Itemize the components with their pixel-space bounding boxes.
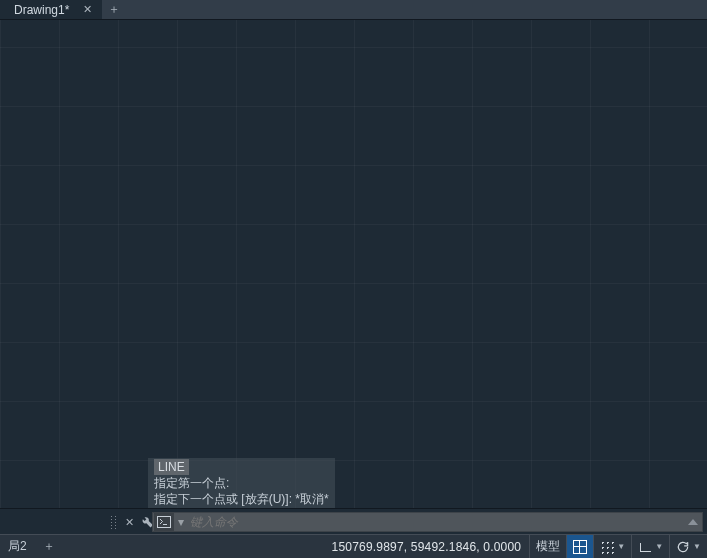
close-icon[interactable]: ✕ bbox=[83, 3, 92, 16]
status-bar: 局2 ＋ 150769.9897, 59492.1846, 0.0000 模型 … bbox=[0, 534, 707, 558]
ortho-toggle[interactable]: ▼ bbox=[631, 535, 669, 558]
tab-title: Drawing1* bbox=[14, 3, 69, 17]
svg-rect-0 bbox=[158, 516, 171, 527]
command-history-line: 指定第一个点: bbox=[150, 475, 333, 491]
chevron-down-icon[interactable]: ▼ bbox=[693, 542, 701, 551]
tab-drawing1[interactable]: Drawing1* ✕ bbox=[0, 0, 103, 19]
snap-icon bbox=[600, 540, 614, 554]
grip-handle[interactable] bbox=[110, 515, 117, 529]
command-history: LINE 指定第一个点: 指定下一个点或 [放弃(U)]: *取消* bbox=[148, 458, 335, 508]
new-tab-button[interactable]: ＋ bbox=[103, 0, 125, 19]
document-tabbar: Drawing1* ✕ ＋ bbox=[0, 0, 707, 20]
refresh-icon bbox=[676, 540, 690, 554]
close-icon[interactable]: ✕ bbox=[125, 516, 134, 529]
grid-icon bbox=[573, 540, 587, 554]
add-layout-button[interactable]: ＋ bbox=[39, 538, 59, 555]
layout-tab[interactable]: 局2 bbox=[4, 538, 31, 555]
chevron-down-icon[interactable]: ▾ bbox=[174, 515, 184, 529]
command-input[interactable] bbox=[184, 515, 702, 529]
ortho-icon bbox=[638, 540, 652, 554]
chevron-down-icon[interactable]: ▼ bbox=[655, 542, 663, 551]
command-line-bar: ✕ ▾ bbox=[0, 508, 707, 534]
refresh-button[interactable]: ▼ bbox=[669, 535, 707, 558]
drawing-canvas[interactable]: LINE 指定第一个点: 指定下一个点或 [放弃(U)]: *取消* bbox=[0, 20, 707, 508]
coordinates-readout: 150769.9897, 59492.1846, 0.0000 bbox=[324, 540, 530, 554]
grid-toggle[interactable] bbox=[566, 535, 593, 558]
command-name: LINE bbox=[154, 459, 189, 475]
canvas-grid bbox=[0, 20, 707, 508]
command-prompt-icon bbox=[154, 513, 174, 531]
chevron-up-icon[interactable] bbox=[686, 515, 700, 529]
command-input-container: ▾ bbox=[152, 512, 703, 532]
status-toggles: 模型 ▼ ▼ ▼ bbox=[529, 535, 707, 558]
snap-toggle[interactable]: ▼ bbox=[593, 535, 631, 558]
model-space-label: 模型 bbox=[536, 538, 560, 555]
chevron-down-icon[interactable]: ▼ bbox=[617, 542, 625, 551]
command-history-line: 指定下一个点或 [放弃(U)]: *取消* bbox=[150, 491, 333, 507]
model-space-button[interactable]: 模型 bbox=[529, 535, 566, 558]
